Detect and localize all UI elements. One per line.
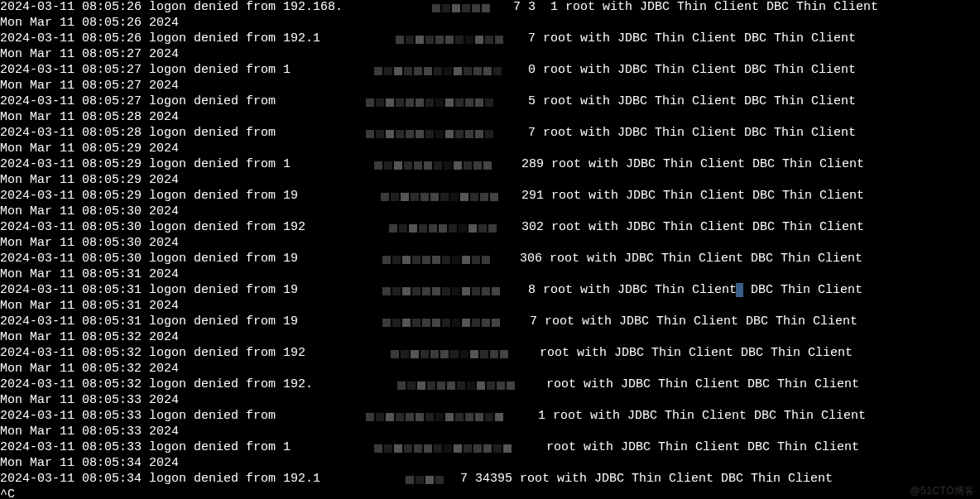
log-tail: root with JDBC Thin Client DBC Thin Clie… [546,377,859,393]
watermark: @51CTO博客 [910,485,975,497]
log-left: 2024-03-11 08:05:33 logon denied from 1 [0,440,291,454]
log-left: 2024-03-11 08:05:29 logon denied from 19 [0,189,298,203]
log-tail: 7 root with JDBC Thin Client DBC Thin Cl… [528,126,856,142]
log-tail: 8 root with JDBC Thin Client DBC Thin Cl… [528,283,862,299]
text-cursor [736,283,743,297]
log-line: 2024-03-11 08:05:33 logon denied from 1r… [0,440,980,456]
log-tail: root with JDBC Thin Client DBC Thin Clie… [546,440,859,456]
log-tail: 291 root with JDBC Thin Client DBC Thin … [521,189,864,204]
redacted-ip-block [379,189,521,204]
redacted-ip-block [396,377,546,393]
date-line: Mon Mar 11 08:05:32 2024 [0,330,980,346]
log-line: 2024-03-11 08:05:32 logon denied from 19… [0,346,980,362]
redacted-ip-block [364,94,528,110]
redacted-ip-block [381,283,528,299]
log-line: 2024-03-11 08:05:30 logon denied from 19… [0,252,980,267]
log-left: 2024-03-11 08:05:26 logon denied from 19… [0,0,343,14]
log-line: 2024-03-11 08:05:29 logon denied from 12… [0,157,980,173]
log-tail: 306 root with JDBC Thin Client DBC Thin … [520,252,862,267]
date-line: Mon Mar 11 08:05:30 2024 [0,236,980,252]
date-line: Mon Mar 11 08:05:31 2024 [0,299,980,314]
log-left: 2024-03-11 08:05:31 logon denied from 19 [0,314,298,329]
log-left: 2024-03-11 08:05:30 logon denied from 19 [0,252,298,266]
log-line: 2024-03-11 08:05:29 logon denied from 19… [0,189,980,204]
redacted-ip-block [372,63,528,79]
date-line: Mon Mar 11 08:05:31 2024 [0,267,980,283]
date-line: Mon Mar 11 08:05:27 2024 [0,47,980,63]
date-line: Mon Mar 11 08:05:33 2024 [0,425,980,440]
log-tail: root with JDBC Thin Client DBC Thin Clie… [540,346,853,362]
log-line: 2024-03-11 08:05:27 logon denied from 5 … [0,94,980,110]
log-line: 2024-03-11 08:05:31 logon denied from 19… [0,314,980,330]
log-tail: 7 3 1 root with JDBC Thin Client DBC Thi… [513,0,878,16]
log-tail: 1 root with JDBC Thin Client DBC Thin Cl… [538,409,866,425]
log-tail: 289 root with JDBC Thin Client DBC Thin … [521,157,864,173]
date-line: Mon Mar 11 08:05:30 2024 [0,204,980,220]
log-line: 2024-03-11 08:05:31 logon denied from 19… [0,283,980,299]
log-line: 2024-03-11 08:05:26 logon denied from 19… [0,31,980,47]
date-line: Mon Mar 11 08:05:26 2024 [0,16,980,31]
log-line: 2024-03-11 08:05:30 logon denied from 19… [0,220,980,236]
date-line: Mon Mar 11 08:05:34 2024 [0,456,980,472]
log-tail: 0 root with JDBC Thin Client DBC Thin Cl… [528,63,856,79]
log-left: 2024-03-11 08:05:33 logon denied from [0,409,283,423]
log-tail: 7 root with JDBC Thin Client DBC Thin Cl… [528,31,856,47]
log-left: 2024-03-11 08:05:30 logon denied from 19… [0,220,305,234]
redacted-ip-block [430,0,513,16]
log-left: 2024-03-11 08:05:27 logon denied from 1 [0,63,291,77]
date-line: Mon Mar 11 08:05:29 2024 [0,142,980,157]
log-left: 2024-03-11 08:05:31 logon denied from 19 [0,283,298,297]
log-tail: 5 root with JDBC Thin Client DBC Thin Cl… [528,94,856,110]
log-tail: 302 root with JDBC Thin Client DBC Thin … [521,220,864,236]
log-line: 2024-03-11 08:05:26 logon denied from 19… [0,0,980,16]
log-left: 2024-03-11 08:05:32 logon denied from 19… [0,377,313,391]
redacted-ip-block [387,220,521,236]
log-left: 2024-03-11 08:05:32 logon denied from 19… [0,346,305,360]
redacted-ip-block [394,31,528,47]
log-left: 2024-03-11 08:05:29 logon denied from 1 [0,157,291,171]
interrupt-line: ^C [0,487,980,499]
redacted-ip-block [381,252,520,267]
date-line: Mon Mar 11 08:05:28 2024 [0,110,980,126]
log-tail: 7 root with JDBC Thin Client DBC Thin Cl… [530,314,858,330]
log-line: 2024-03-11 08:05:32 logon denied from 19… [0,377,980,393]
date-line: Mon Mar 11 08:05:32 2024 [0,362,980,377]
date-line: Mon Mar 11 08:05:29 2024 [0,173,980,189]
log-tail: 7 34395 root with JDBC Thin Client DBC T… [460,472,833,487]
log-line: 2024-03-11 08:05:34 logon denied from 19… [0,472,980,487]
redacted-ip-block [404,472,460,487]
terminal-output: 2024-03-11 08:05:26 logon denied from 19… [0,0,980,499]
log-left: 2024-03-11 08:05:26 logon denied from 19… [0,31,320,46]
date-line: Mon Mar 11 08:05:33 2024 [0,393,980,409]
redacted-ip-block [364,126,528,142]
redacted-ip-block [372,157,521,173]
log-left: 2024-03-11 08:05:27 logon denied from [0,94,283,108]
log-line: 2024-03-11 08:05:33 logon denied from 1 … [0,409,980,425]
log-line: 2024-03-11 08:05:28 logon denied from 7 … [0,126,980,142]
redacted-ip-block [364,409,538,425]
redacted-ip-block [389,346,540,362]
date-line: Mon Mar 11 08:05:27 2024 [0,79,980,94]
log-left: 2024-03-11 08:05:28 logon denied from [0,126,283,140]
log-line: 2024-03-11 08:05:27 logon denied from 10… [0,63,980,79]
redacted-ip-block [381,314,530,330]
redacted-ip-block [372,440,546,456]
log-left: 2024-03-11 08:05:34 logon denied from 19… [0,472,320,486]
